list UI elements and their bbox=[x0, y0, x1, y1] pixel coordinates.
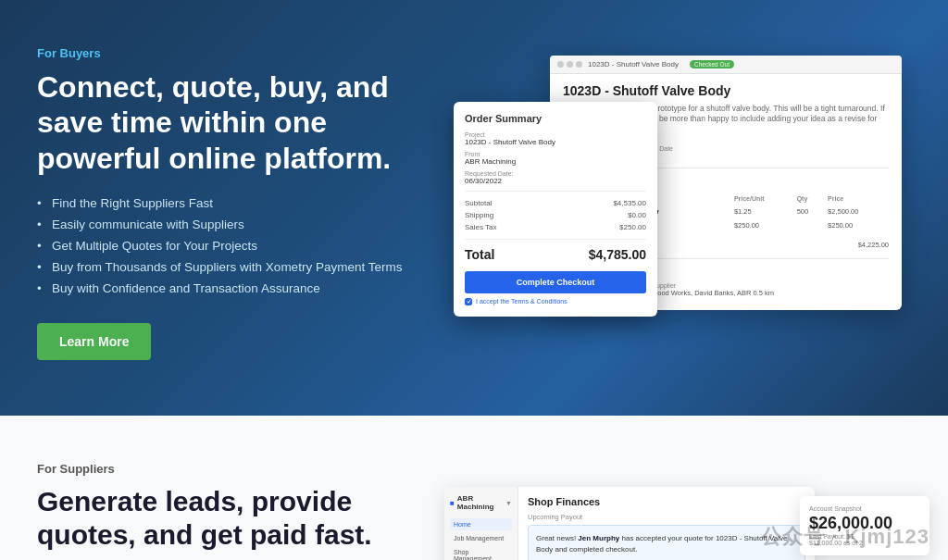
terms-line: I accept the Terms & Conditions bbox=[465, 298, 646, 305]
back-tab-label: 1023D - Shutoff Valve Body bbox=[588, 60, 679, 68]
sup-content: Shop Finances Upcoming Payout Great news… bbox=[518, 487, 815, 560]
buyers-headline: Connect, quote, buy, and save time withi… bbox=[37, 69, 426, 176]
buyers-right-mockups: 1023D - Shutoff Valve Body Checked Out 1… bbox=[426, 56, 911, 352]
order-date: Requested Date: 06/30/2022 bbox=[465, 170, 646, 185]
sup-brand: ■ ABR Machining ▼ bbox=[450, 494, 512, 511]
sup-account-label: Account Snapshot bbox=[809, 505, 920, 512]
buyers-label: For Buyers bbox=[37, 46, 426, 60]
buyers-section: For Buyers Connect, quote, buy, and save… bbox=[0, 0, 948, 416]
learn-more-button[interactable]: Learn More bbox=[37, 323, 151, 360]
order-title: Order Summary bbox=[465, 113, 646, 124]
bullet-2: Easily communicate with Suppliers bbox=[37, 218, 426, 231]
order-project: Project 1023D - Shutoff Valve Body bbox=[465, 131, 646, 146]
front-mockup: Order Summary Project 1023D - Shutoff Va… bbox=[454, 102, 657, 317]
sup-account-amount: $26,000.00 bbox=[809, 514, 920, 533]
sup-sidebar-home[interactable]: Home bbox=[450, 518, 512, 530]
sup-sidebar-shop[interactable]: Shop Management bbox=[450, 546, 512, 560]
back-mockup-topbar: 1023D - Shutoff Valve Body Checked Out bbox=[550, 56, 902, 74]
back-title: 1023D - Shutoff Valve Body bbox=[563, 83, 889, 98]
order-subtotal: Subtotal $4,535.00 bbox=[465, 197, 646, 209]
buyers-bullets: Find the Right Suppliers Fast Easily com… bbox=[37, 196, 426, 295]
sup-content-title: Shop Finances bbox=[528, 496, 805, 507]
order-from: From ABR Machining bbox=[465, 151, 646, 166]
sup-notification: Great news! Jen Murphy has accepted your… bbox=[528, 525, 805, 560]
sup-account-sub: Last Payout: $1 $11,000.00 as of 2 bbox=[809, 533, 920, 546]
order-shipping: Shipping $0.00 bbox=[465, 209, 646, 221]
suppliers-left-content: For Suppliers Generate leads, provide qu… bbox=[37, 462, 426, 560]
sup-account-snapshot: Account Snapshot $26,000.00 Last Payout:… bbox=[800, 496, 929, 555]
suppliers-right-mockup: ■ ABR Machining ▼ Home Job Management Sh… bbox=[426, 487, 911, 560]
sup-sidebar: ■ ABR Machining ▼ Home Job Management Sh… bbox=[444, 487, 518, 560]
bullet-5: Buy with Confidence and Transaction Assu… bbox=[37, 281, 426, 295]
notification-text: Great news! Jen Murphy has accepted your… bbox=[536, 534, 787, 554]
sup-sidebar-jobs[interactable]: Job Management bbox=[450, 532, 512, 544]
order-sales-tax: Sales Tax $250.00 bbox=[465, 221, 646, 233]
bullet-1: Find the Right Suppliers Fast bbox=[37, 196, 426, 210]
sup-upcoming: Upcoming Payout bbox=[528, 513, 805, 521]
status-badge: Checked Out bbox=[690, 60, 734, 68]
suppliers-section: For Suppliers Generate leads, provide qu… bbox=[0, 416, 948, 560]
sup-mockup: ■ ABR Machining ▼ Home Job Management Sh… bbox=[444, 487, 815, 560]
terms-checkbox[interactable] bbox=[465, 298, 472, 305]
buyers-left-content: For Buyers Connect, quote, buy, and save… bbox=[37, 46, 426, 360]
suppliers-headline: Generate leads, provide quotes, and get … bbox=[37, 485, 426, 552]
bullet-3: Get Multiple Quotes for Your Projects bbox=[37, 239, 426, 253]
order-total: Total $4,785.00 bbox=[465, 245, 646, 264]
bullet-4: Buy from Thousands of Suppliers with Xom… bbox=[37, 260, 426, 274]
suppliers-label: For Suppliers bbox=[37, 462, 426, 476]
checkout-button[interactable]: Complete Checkout bbox=[465, 271, 646, 293]
